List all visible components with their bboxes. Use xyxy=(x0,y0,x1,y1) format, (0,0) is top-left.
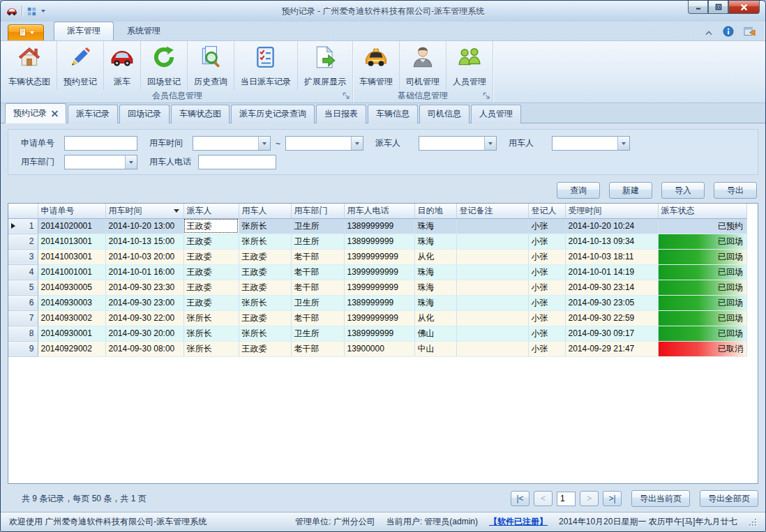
ribbon-button-checklist[interactable]: 当日派车记录 xyxy=(234,41,298,90)
grid-cell-apply-no[interactable]: 20140930003 xyxy=(38,295,105,310)
use-time-from-select[interactable] xyxy=(193,136,271,151)
grid-cell-accept-time[interactable]: 2014-10-01 14:19 xyxy=(565,264,658,280)
layout-icon[interactable] xyxy=(27,6,37,17)
grid-cell-dest[interactable]: 从化 xyxy=(414,310,456,326)
next-page-button[interactable]: > xyxy=(580,491,599,506)
close-button[interactable] xyxy=(728,1,760,14)
table-row[interactable]: 5201409300052014-09-30 23:30王政委王政委老干部139… xyxy=(8,280,747,295)
grid-cell-use-time[interactable]: 2014-09-30 08:00 xyxy=(105,341,183,356)
grid-cell-user[interactable]: 张所长 xyxy=(239,295,291,310)
ribbon-button-red-car[interactable]: 派车 xyxy=(104,41,141,90)
row-header-cell[interactable]: 9 xyxy=(8,341,38,356)
grid-cell-apply-no[interactable]: 20140930002 xyxy=(38,310,105,326)
grid-cell-dest[interactable]: 佛山 xyxy=(414,326,456,341)
grid-cell-user[interactable]: 张所长 xyxy=(239,218,291,234)
table-row[interactable]: 1201410200012014-10-20 13:00王政委张所长卫生所138… xyxy=(8,218,747,234)
dept-select[interactable] xyxy=(64,155,137,169)
row-header-cell[interactable]: 1 xyxy=(8,218,38,234)
row-header-cell[interactable]: 8 xyxy=(8,326,38,341)
grid-cell-dispatcher[interactable]: 王政委 xyxy=(183,218,239,234)
grid-cell-status[interactable]: 已回场 xyxy=(658,295,747,310)
grid-cell-registrar[interactable]: 小张 xyxy=(528,295,565,310)
ribbon-tab-dispatch[interactable]: 派车管理 xyxy=(54,22,114,40)
table-row[interactable]: 6201409300032014-09-30 23:00王政委张所长卫生所138… xyxy=(8,295,747,310)
ribbon-button-people[interactable]: 人员管理 xyxy=(446,41,493,90)
grid-cell-user[interactable]: 王政委 xyxy=(239,264,291,280)
grid-cell-accept-time[interactable]: 2014-09-29 21:47 xyxy=(565,341,658,356)
table-row[interactable]: 4201410010012014-10-01 16:00王政委王政委老干部139… xyxy=(8,264,747,280)
grid-header-cell[interactable]: 申请单号 xyxy=(38,204,105,218)
grid-cell-dept[interactable]: 卫生所 xyxy=(291,295,344,310)
grid-header-cell[interactable]: 用车部门 xyxy=(291,204,344,218)
grid-cell-dest[interactable]: 珠海 xyxy=(414,218,456,234)
minimize-button[interactable] xyxy=(688,1,708,14)
ribbon-button-driver[interactable]: 司机管理 xyxy=(400,41,446,90)
export-current-page-button[interactable]: 导出当前页 xyxy=(631,490,690,507)
chevron-down-icon[interactable] xyxy=(258,137,270,150)
table-row[interactable]: 7201409300022014-09-30 22:00张所长王政委老干部139… xyxy=(8,310,747,326)
chevron-down-icon[interactable] xyxy=(351,137,363,150)
table-row[interactable]: 2201410130012014-10-13 15:00王政委张所长卫生所138… xyxy=(8,234,747,249)
grid-cell-dept[interactable]: 卫生所 xyxy=(291,326,344,341)
grid-cell-user[interactable]: 张所长 xyxy=(239,234,291,249)
ribbon-button-pencil[interactable]: 预约登记 xyxy=(57,41,104,90)
grid-cell-status[interactable]: 已取消 xyxy=(658,341,747,356)
grid-cell-apply-no[interactable]: 20140930005 xyxy=(38,280,105,295)
grid-cell-registrar[interactable]: 小张 xyxy=(528,218,565,234)
ribbon-button-taxi[interactable]: 车辆管理 xyxy=(353,41,400,90)
grid-cell-use-time[interactable]: 2014-10-13 15:00 xyxy=(105,234,183,249)
grid-cell-phone[interactable]: 13999999999 xyxy=(344,249,414,264)
ribbon-tab-system[interactable]: 系统管理 xyxy=(114,22,174,40)
use-time-to-select[interactable] xyxy=(285,136,363,151)
table-row[interactable]: 9201409290022014-09-30 08:00张所长王政委老干部139… xyxy=(8,341,747,356)
table-row[interactable]: 8201409300012014-09-30 20:00张所长张所长卫生所138… xyxy=(8,326,747,341)
query-button[interactable]: 查询 xyxy=(557,182,600,199)
grid-cell-apply-no[interactable]: 20141013001 xyxy=(38,234,105,249)
ribbon-button-recycle[interactable]: 回场登记 xyxy=(141,41,188,90)
grid-cell-phone[interactable]: 13999999999 xyxy=(344,310,414,326)
grid-cell-use-time[interactable]: 2014-10-01 16:00 xyxy=(105,264,183,280)
grid-cell-dispatcher[interactable]: 王政委 xyxy=(183,295,239,310)
new-button[interactable]: 新建 xyxy=(609,182,652,199)
grid-cell-remark[interactable] xyxy=(456,218,528,234)
qat-dropdown-icon[interactable] xyxy=(41,10,45,13)
grid-cell-dept[interactable]: 老干部 xyxy=(291,264,344,280)
grid-cell-phone[interactable]: 1389999999 xyxy=(344,234,414,249)
grid-cell-dept[interactable]: 老干部 xyxy=(291,280,344,295)
resize-grip[interactable] xyxy=(749,518,757,526)
grid-cell-use-time[interactable]: 2014-10-20 13:00 xyxy=(105,218,183,234)
grid-header-cell[interactable]: 派车状态 xyxy=(658,204,747,218)
grid-cell-status[interactable]: 已回场 xyxy=(658,264,747,280)
grid-cell-accept-time[interactable]: 2014-10-03 18:11 xyxy=(565,249,658,264)
grid-cell-use-time[interactable]: 2014-10-03 20:00 xyxy=(105,249,183,264)
grid-header-cell[interactable]: 用车人 xyxy=(239,204,291,218)
chevron-down-icon[interactable] xyxy=(484,137,496,150)
export-button[interactable]: 导出 xyxy=(714,182,757,199)
grid-cell-dept[interactable]: 老干部 xyxy=(291,249,344,264)
doc-tab-6[interactable]: 车辆信息 xyxy=(368,105,418,123)
grid-cell-dest[interactable]: 珠海 xyxy=(414,234,456,249)
grid-cell-phone[interactable]: 13999999999 xyxy=(344,264,414,280)
row-header-cell[interactable]: 2 xyxy=(8,234,38,249)
info-icon[interactable] xyxy=(723,26,734,39)
table-row[interactable]: 3201410030012014-10-03 20:00王政委王政委老干部139… xyxy=(8,249,747,264)
grid-cell-user[interactable]: 王政委 xyxy=(239,249,291,264)
grid-cell-remark[interactable] xyxy=(456,341,528,356)
grid-header-cell[interactable]: 用车人电话 xyxy=(344,204,414,218)
chevron-down-icon[interactable] xyxy=(125,155,137,169)
grid-cell-accept-time[interactable]: 2014-09-30 22:59 xyxy=(565,310,658,326)
grid-cell-user[interactable]: 张所长 xyxy=(239,326,291,341)
grid-cell-accept-time[interactable]: 2014-10-20 10:24 xyxy=(565,218,658,234)
grid-cell-dispatcher[interactable]: 王政委 xyxy=(183,234,239,249)
grid-cell-remark[interactable] xyxy=(456,326,528,341)
ribbon-button-search-doc[interactable]: 历史查询 xyxy=(188,41,234,90)
grid-cell-apply-no[interactable]: 20141003001 xyxy=(38,249,105,264)
row-header-cell[interactable]: 3 xyxy=(8,249,38,264)
grid-cell-dispatcher[interactable]: 张所长 xyxy=(183,341,239,356)
export-all-pages-button[interactable]: 导出全部页 xyxy=(700,490,758,507)
grid-cell-remark[interactable] xyxy=(456,249,528,264)
grid-cell-registrar[interactable]: 小张 xyxy=(528,341,565,356)
grid-cell-apply-no[interactable]: 20140930001 xyxy=(38,326,105,341)
doc-tab-1[interactable]: 派车记录 xyxy=(68,105,118,123)
grid-cell-remark[interactable] xyxy=(456,310,528,326)
